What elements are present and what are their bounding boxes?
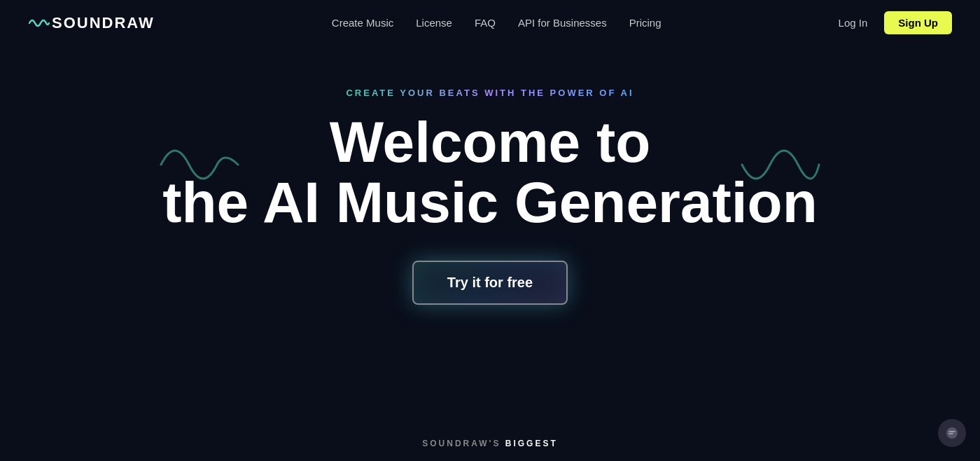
svg-point-0 xyxy=(946,427,958,439)
nav-item-api[interactable]: API for Businesses xyxy=(518,17,607,29)
chat-icon xyxy=(945,426,959,440)
bottom-text: SOUNDRAW'S BIGGEST xyxy=(422,439,558,448)
hero-section: CREATE YOUR BEATS WITH THE POWER OF AI W… xyxy=(0,46,980,305)
hero-title-line1: Welcome to xyxy=(330,110,651,174)
bottom-text-content: SOUNDRAW'S BIGGEST xyxy=(422,439,558,448)
nav-item-create-music[interactable]: Create Music xyxy=(332,17,393,29)
nav-item-license[interactable]: License xyxy=(416,17,452,29)
signup-button[interactable]: Sign Up xyxy=(884,11,952,34)
chat-bubble-button[interactable] xyxy=(938,419,966,447)
wave-right-decoration xyxy=(735,130,826,202)
nav-link-api[interactable]: API for Businesses xyxy=(518,17,607,29)
hero-subtitle: CREATE YOUR BEATS WITH THE POWER OF AI xyxy=(346,88,634,98)
nav-link-license[interactable]: License xyxy=(416,17,452,29)
logo-text: SOUNDRAW xyxy=(52,14,155,32)
logo[interactable]: SOUNDRAW xyxy=(28,13,155,33)
hero-title-line2: the AI Music Generation xyxy=(162,170,818,234)
nav-right: Log In Sign Up xyxy=(839,11,952,34)
nav-item-pricing[interactable]: Pricing xyxy=(629,17,662,29)
logo-icon xyxy=(28,13,50,33)
nav-link-create-music[interactable]: Create Music xyxy=(332,17,393,29)
nav-item-faq[interactable]: FAQ xyxy=(475,17,496,29)
nav-link-faq[interactable]: FAQ xyxy=(475,17,496,29)
nav-links: Create Music License FAQ API for Busines… xyxy=(332,17,662,29)
try-it-free-button[interactable]: Try it for free xyxy=(412,261,568,305)
try-btn-label: Try it for free xyxy=(447,275,533,290)
navbar: SOUNDRAW Create Music License FAQ API fo… xyxy=(0,0,980,46)
wave-left-decoration xyxy=(154,130,245,202)
login-button[interactable]: Log In xyxy=(839,17,868,29)
hero-title: Welcome to the AI Music Generation xyxy=(162,112,818,233)
nav-link-pricing[interactable]: Pricing xyxy=(629,17,662,29)
